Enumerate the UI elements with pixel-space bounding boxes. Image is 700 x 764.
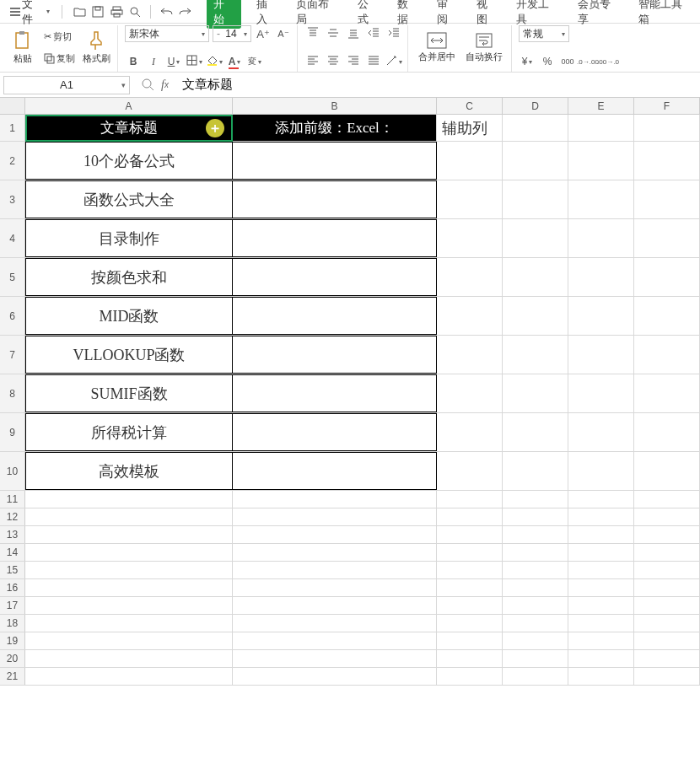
cell[interactable] bbox=[634, 632, 700, 649]
cell[interactable] bbox=[437, 632, 503, 649]
decrease-decimal-button[interactable]: .00→.0 bbox=[600, 53, 617, 70]
open-icon[interactable] bbox=[73, 5, 86, 19]
cell[interactable] bbox=[634, 374, 700, 412]
underline-button[interactable]: U▾ bbox=[165, 53, 182, 70]
row-header[interactable]: 21 bbox=[0, 668, 25, 685]
cell[interactable] bbox=[437, 491, 503, 508]
cell[interactable] bbox=[568, 562, 634, 578]
border-button[interactable]: ▾ bbox=[186, 53, 202, 70]
tab-review[interactable]: 审阅 bbox=[433, 0, 461, 29]
paste-button[interactable]: 粘贴 bbox=[7, 25, 39, 70]
row-header[interactable]: 1 bbox=[0, 115, 25, 141]
undo-icon[interactable] bbox=[159, 5, 173, 19]
cell[interactable] bbox=[568, 508, 634, 525]
tab-member[interactable]: 会员专享 bbox=[574, 0, 623, 29]
format-painter-button[interactable]: 格式刷 bbox=[80, 25, 112, 70]
cell[interactable] bbox=[568, 258, 634, 296]
tab-formulas[interactable]: 公式 bbox=[354, 0, 382, 29]
percent-button[interactable]: % bbox=[539, 53, 556, 70]
cell[interactable]: 添加前缀：Excel： bbox=[233, 115, 437, 141]
tab-smart-tools[interactable]: 智能工具箱 bbox=[635, 0, 695, 29]
cell[interactable] bbox=[568, 336, 634, 374]
cell[interactable] bbox=[634, 258, 700, 296]
cell[interactable] bbox=[503, 508, 568, 525]
row-header[interactable]: 3 bbox=[0, 180, 25, 218]
chevron-down-icon[interactable]: ▾ bbox=[121, 81, 126, 89]
cell[interactable] bbox=[233, 508, 437, 525]
font-size-select[interactable]: - 14 ▾ bbox=[213, 25, 251, 42]
cut-button[interactable]: ✂ 剪切 bbox=[42, 30, 77, 44]
cell[interactable] bbox=[503, 650, 568, 667]
column-header[interactable]: B bbox=[233, 98, 437, 114]
cell[interactable] bbox=[503, 579, 568, 596]
cell[interactable] bbox=[634, 526, 700, 543]
fill-handle-plus-icon[interactable]: ＋ bbox=[206, 119, 224, 137]
cell[interactable] bbox=[568, 115, 634, 141]
cell[interactable] bbox=[503, 219, 568, 257]
cell[interactable]: 所得税计算 bbox=[25, 413, 233, 451]
cell[interactable] bbox=[634, 544, 700, 561]
align-middle-button[interactable] bbox=[325, 25, 342, 42]
fx-icon[interactable]: fx bbox=[161, 78, 169, 92]
justify-button[interactable] bbox=[365, 53, 382, 70]
name-box[interactable]: A1 ▾ bbox=[3, 76, 130, 94]
bold-button[interactable]: B bbox=[125, 53, 142, 70]
cell[interactable]: 按颜色求和 bbox=[25, 258, 233, 296]
align-left-button[interactable] bbox=[304, 53, 321, 70]
cell[interactable] bbox=[503, 115, 568, 141]
cell[interactable] bbox=[25, 597, 233, 614]
row-header[interactable]: 4 bbox=[0, 219, 25, 257]
fill-color-button[interactable]: ▾ bbox=[206, 53, 223, 70]
row-header[interactable]: 15 bbox=[0, 562, 25, 578]
cell[interactable] bbox=[634, 413, 700, 451]
cell[interactable] bbox=[503, 526, 568, 543]
merge-center-button[interactable]: 合并居中 bbox=[415, 25, 459, 70]
cell[interactable] bbox=[503, 142, 568, 180]
cell[interactable] bbox=[503, 491, 568, 508]
cell[interactable] bbox=[634, 142, 700, 180]
cell[interactable] bbox=[25, 562, 233, 578]
cell[interactable] bbox=[25, 668, 233, 685]
align-bottom-button[interactable] bbox=[345, 25, 362, 42]
cell[interactable] bbox=[437, 336, 503, 374]
currency-button[interactable]: ¥▾ bbox=[519, 53, 536, 70]
cell[interactable]: 高效模板 bbox=[25, 452, 233, 490]
orientation-button[interactable]: ▾ bbox=[385, 53, 402, 70]
cell[interactable] bbox=[503, 615, 568, 632]
cell[interactable] bbox=[568, 597, 634, 614]
copy-button[interactable]: 复制 bbox=[42, 51, 77, 66]
cell[interactable] bbox=[233, 562, 437, 578]
row-header[interactable]: 13 bbox=[0, 526, 25, 543]
cell[interactable] bbox=[233, 526, 437, 543]
cell[interactable] bbox=[634, 597, 700, 614]
cell[interactable] bbox=[634, 452, 700, 490]
cell[interactable] bbox=[437, 180, 503, 218]
cell[interactable]: 文章标题 bbox=[25, 115, 233, 141]
row-header[interactable]: 12 bbox=[0, 508, 25, 525]
cell[interactable] bbox=[437, 562, 503, 578]
font-color-button[interactable]: A▾ bbox=[226, 53, 243, 70]
row-header[interactable]: 17 bbox=[0, 597, 25, 614]
cell[interactable] bbox=[503, 562, 568, 578]
column-header[interactable]: E bbox=[568, 98, 634, 114]
cell[interactable] bbox=[568, 632, 634, 649]
cell[interactable] bbox=[568, 413, 634, 451]
formula-input[interactable] bbox=[177, 76, 700, 94]
row-header[interactable]: 9 bbox=[0, 413, 25, 451]
cell[interactable] bbox=[634, 115, 700, 141]
row-header[interactable]: 10 bbox=[0, 452, 25, 490]
cell[interactable] bbox=[634, 562, 700, 578]
cell[interactable] bbox=[437, 452, 503, 490]
cell[interactable] bbox=[634, 491, 700, 508]
cell[interactable] bbox=[568, 142, 634, 180]
cell[interactable] bbox=[503, 297, 568, 335]
cell[interactable] bbox=[25, 491, 233, 508]
align-top-button[interactable] bbox=[304, 25, 321, 42]
cell[interactable] bbox=[634, 508, 700, 525]
cell[interactable] bbox=[568, 219, 634, 257]
tab-start[interactable]: 开始 bbox=[207, 0, 241, 29]
cell[interactable] bbox=[634, 297, 700, 335]
cell[interactable] bbox=[634, 668, 700, 685]
cell[interactable] bbox=[568, 615, 634, 632]
cell[interactable] bbox=[437, 668, 503, 685]
